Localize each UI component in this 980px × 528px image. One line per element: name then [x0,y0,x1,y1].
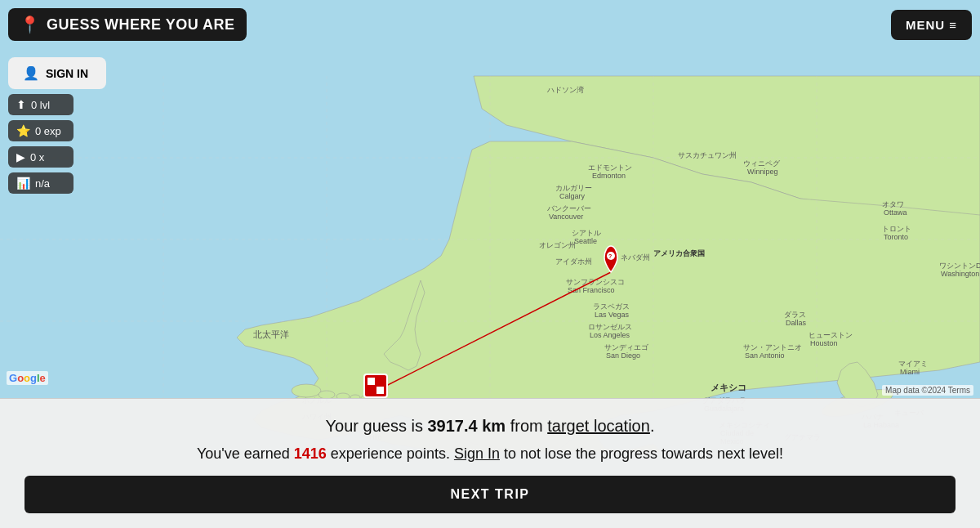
svg-point-1 [292,384,321,397]
svg-text:バンクーバー: バンクーバー [546,204,591,213]
google-logo: Google [7,371,48,385]
svg-text:Houston: Houston [810,339,838,347]
svg-text:ロサンゼルス: ロサンゼルス [588,323,632,331]
rank-stat: 📊 n/a [8,172,74,194]
rank-icon: 📊 [16,177,30,190]
multiplier-stat: ▶ 0 x [8,146,74,168]
svg-text:オタワ: オタワ [882,200,904,208]
svg-text:Ottawa: Ottawa [884,208,907,217]
map-data-text: Map data ©2024 Terms [882,385,973,396]
svg-text:メキシコ: メキシコ [710,383,746,392]
svg-text:ウィニペグ: ウィニペグ [743,159,781,168]
level-stat: ⬆ 0 lvl [8,94,74,115]
svg-text:Seattle: Seattle [574,237,597,245]
result-distance: 3917.4 km [427,417,506,435]
svg-text:サンディエゴ: サンディエゴ [604,343,649,351]
exp-stat: ⭐ 0 exp [8,120,74,141]
multiplier-value: 0 x [30,151,44,163]
logo-text: Guess Where You Are [47,16,235,34]
rank-value: n/a [35,177,50,190]
exp-icon: ⭐ [16,124,30,137]
svg-text:シアトル: シアトル [572,229,601,237]
svg-text:Las Vegas: Las Vegas [595,311,630,319]
svg-rect-75 [368,387,375,394]
level-value: 0 lvl [31,99,50,111]
svg-text:ワシントンD.C.: ワシントンD.C. [939,262,980,270]
svg-text:ダラス: ダラス [784,311,806,319]
svg-text:Calgary: Calgary [559,192,586,200]
result-distance-text: Your guess is 3917.4 km from target loca… [24,417,956,436]
svg-text:サスカチュワン州: サスカチュワン州 [678,151,737,159]
next-trip-button[interactable]: NEXT TRIP [24,476,956,513]
svg-text:ラスベガス: ラスベガス [593,302,630,311]
svg-text:アメリカ合衆国: アメリカ合衆国 [653,249,705,257]
result-panel: Your guess is 3917.4 km from target loca… [0,398,980,528]
menu-button[interactable]: MENU ≡ [891,10,972,40]
svg-text:アイダホ州: アイダホ州 [555,257,592,266]
sidebar: 👤 SIGN IN ⬆ 0 lvl ⭐ 0 exp ▶ 0 x 📊 n/a [8,57,106,194]
svg-text:Vancouver: Vancouver [549,213,583,221]
result-middle: from [506,417,547,435]
svg-text:?: ? [608,253,612,259]
result-line2-prefix: You've earned [197,445,294,462]
result-xp-text: You've earned 1416 experience points. Si… [24,445,956,463]
sign-in-button[interactable]: 👤 SIGN IN [8,57,106,89]
svg-text:Toronto: Toronto [884,233,908,241]
svg-text:カルガリー: カルガリー [555,184,592,192]
result-suffix: . [650,417,655,435]
svg-text:サンフランシスコ: サンフランシスコ [566,278,625,286]
header: 📍 Guess Where You Are MENU ≡ [0,0,980,49]
svg-rect-76 [376,387,384,394]
logo-icon: 📍 [20,15,40,34]
result-line2-suffix: to not lose the progress towards next le… [500,445,783,462]
svg-text:Washington: Washington [941,270,979,278]
target-location-link[interactable]: target location [547,417,650,435]
svg-text:サン・アントニオ: サン・アントニオ [743,343,802,351]
svg-text:オレゴン州: オレゴン州 [539,241,576,249]
xp-amount: 1416 [294,445,327,462]
svg-text:San Antonio: San Antonio [745,351,785,360]
svg-text:Edmonton: Edmonton [592,172,626,180]
result-prefix: Your guess is [326,417,428,435]
multiplier-icon: ▶ [16,150,25,163]
svg-text:Winnipeg: Winnipeg [747,168,778,176]
svg-text:Miami: Miami [900,368,920,376]
svg-text:エドモントン: エドモントン [588,163,632,172]
svg-text:ネバダ州: ネバダ州 [621,253,650,262]
svg-text:Dallas: Dallas [786,319,807,327]
svg-text:ヒューストン: ヒューストン [808,331,853,339]
logo-area: 📍 Guess Where You Are [8,8,247,41]
svg-rect-74 [376,378,384,385]
svg-text:Los Angeles: Los Angeles [590,331,630,339]
result-line2-middle: experience points. [327,445,454,462]
exp-value: 0 exp [35,125,61,137]
svg-text:トロント: トロント [882,225,911,233]
svg-rect-73 [368,378,375,385]
svg-text:マイアミ: マイアミ [898,360,928,368]
svg-text:ハドソン湾: ハドソン湾 [546,86,584,94]
user-icon: 👤 [23,65,39,81]
svg-text:北太平洋: 北太平洋 [253,329,289,339]
sign-in-label: SIGN IN [46,67,88,80]
sign-in-link[interactable]: Sign In [454,445,500,462]
svg-text:San Diego: San Diego [606,351,640,360]
level-icon: ⬆ [16,98,26,111]
